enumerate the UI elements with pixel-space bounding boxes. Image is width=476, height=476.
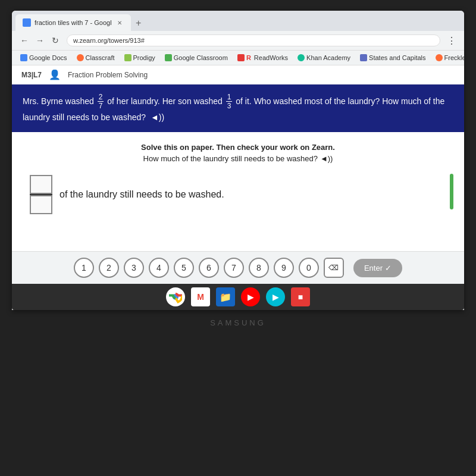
- classcraft-icon: [77, 54, 84, 61]
- fraction-1: 2 7: [98, 93, 104, 111]
- bookmark-states-capitals[interactable]: States and Capitals: [356, 53, 429, 62]
- fraction-input: [30, 175, 52, 214]
- bookmark-label: ReadWorks: [254, 54, 288, 61]
- zearn-header: M3|L7 👤 Fraction Problem Solving: [12, 65, 464, 84]
- bookmark-label: Classcraft: [86, 54, 115, 61]
- bookmark-label: Freckle: [444, 54, 465, 61]
- bookmark-freckle[interactable]: Freckle: [432, 53, 465, 62]
- num-btn-2[interactable]: 2: [99, 258, 119, 278]
- num-btn-0[interactable]: 0: [299, 258, 319, 278]
- tab-favicon: [23, 18, 31, 27]
- fraction-2: 1 3: [226, 93, 233, 111]
- dock-roblox[interactable]: ■: [291, 287, 310, 306]
- num-btn-6[interactable]: 6: [199, 258, 219, 278]
- drive-icon: 📁: [220, 292, 231, 303]
- khan-icon: [298, 54, 305, 61]
- samsung-text: SAMSUNG: [210, 318, 266, 327]
- dock-play[interactable]: ▶: [266, 287, 285, 306]
- google-classroom-icon: [165, 54, 172, 61]
- num-btn-4[interactable]: 4: [149, 258, 169, 278]
- dock-gmail[interactable]: M: [191, 287, 210, 306]
- prodigy-icon: [124, 54, 131, 61]
- readworks-R: R: [246, 54, 251, 61]
- bookmark-label: States and Capitals: [369, 54, 425, 61]
- menu-button[interactable]: ⋮: [445, 34, 458, 47]
- close-tab-button[interactable]: ✕: [115, 18, 124, 27]
- work-instruction-2: How much of the laundry still needs to b…: [24, 154, 452, 163]
- back-button[interactable]: ←: [18, 34, 31, 47]
- lesson-label: M3|L7: [21, 71, 42, 79]
- person-icon: 👤: [49, 69, 61, 80]
- sound-icon-2[interactable]: ◄)): [320, 154, 333, 163]
- dock-youtube[interactable]: ▶: [241, 287, 260, 306]
- denominator-input-box[interactable]: [30, 195, 52, 214]
- work-area: Solve this on paper. Then check your wor…: [12, 132, 464, 251]
- num-btn-1[interactable]: 1: [74, 258, 94, 278]
- bookmark-classcraft[interactable]: Classcraft: [73, 53, 118, 62]
- gmail-icon: M: [197, 292, 204, 302]
- google-docs-icon: [20, 54, 27, 61]
- address-bar: ← → ↻ w.zearn.org/towers/913# ⋮: [12, 31, 464, 51]
- new-tab-button[interactable]: +: [131, 15, 146, 31]
- tab-bar: fraction tiles with 7 - Google Sea ✕ +: [12, 11, 464, 31]
- bookmark-label: Khan Academy: [306, 54, 350, 61]
- fraction-answer-area: of the laundry still needs to be washed.: [30, 175, 452, 214]
- bookmark-label: Prodigy: [133, 54, 155, 61]
- active-tab[interactable]: fraction tiles with 7 - Google Sea ✕: [15, 14, 131, 31]
- dock-drive[interactable]: 📁: [216, 287, 235, 306]
- question-text: Mrs. Byrne washed 2 7 of her laundry. He…: [23, 96, 444, 122]
- enter-label: Enter: [364, 264, 383, 273]
- freckle-icon: [436, 54, 443, 61]
- bookmark-khan-academy[interactable]: Khan Academy: [294, 53, 354, 62]
- work-instruction-1: Solve this on paper. Then check your wor…: [24, 143, 452, 152]
- taskbar: M 📁 ▶ ▶ ■: [12, 284, 464, 310]
- bookmark-prodigy[interactable]: Prodigy: [121, 53, 159, 62]
- bookmark-label: Google Docs: [29, 54, 67, 61]
- youtube-icon: ▶: [248, 292, 254, 302]
- frac2-denominator: 3: [226, 102, 233, 110]
- progress-bar-side: [450, 174, 453, 209]
- question-box: Mrs. Byrne washed 2 7 of her laundry. He…: [12, 84, 464, 132]
- readworks-icon: [237, 54, 245, 61]
- checkmark-icon: ✓: [385, 264, 392, 273]
- bookmark-google-classroom[interactable]: Google Classroom: [161, 53, 231, 62]
- number-pad: 1 2 3 4 5 6 7 8 9 0 ⌫ Enter ✓: [12, 251, 464, 284]
- url-bar[interactable]: w.zearn.org/towers/913#: [67, 35, 440, 46]
- play-icon: ▶: [273, 292, 279, 302]
- frac2-numerator: 1: [226, 93, 233, 102]
- sound-icon[interactable]: ◄)): [151, 112, 164, 122]
- num-btn-7[interactable]: 7: [224, 258, 244, 278]
- bookmark-google-docs[interactable]: Google Docs: [17, 53, 71, 62]
- bookmark-label: Google Classroom: [174, 54, 228, 61]
- reload-button[interactable]: ↻: [49, 34, 62, 47]
- bookmark-readworks[interactable]: R ReadWorks: [234, 53, 292, 62]
- roblox-icon: ■: [298, 292, 303, 302]
- bookmarks-bar: Google Docs Classcraft Prodigy Google Cl…: [12, 51, 464, 65]
- num-btn-3[interactable]: 3: [124, 258, 144, 278]
- frac1-numerator: 2: [98, 93, 104, 102]
- lesson-title: Fraction Problem Solving: [68, 71, 148, 79]
- samsung-branding: SAMSUNG: [210, 317, 266, 328]
- num-btn-9[interactable]: 9: [274, 258, 294, 278]
- states-icon: [360, 54, 367, 61]
- numerator-input-box[interactable]: [30, 175, 52, 194]
- forward-button[interactable]: →: [33, 34, 46, 47]
- frac1-denominator: 7: [98, 102, 104, 110]
- chrome-icon: [169, 290, 182, 303]
- answer-suffix-text: of the laundry still needs to be washed.: [60, 189, 224, 200]
- enter-button[interactable]: Enter ✓: [353, 259, 402, 277]
- tab-title: fraction tiles with 7 - Google Sea: [35, 19, 112, 26]
- delete-button[interactable]: ⌫: [324, 258, 344, 278]
- num-btn-5[interactable]: 5: [174, 258, 194, 278]
- dock-chrome[interactable]: [166, 287, 185, 306]
- num-btn-8[interactable]: 8: [249, 258, 269, 278]
- nav-buttons: ← → ↻: [18, 34, 62, 47]
